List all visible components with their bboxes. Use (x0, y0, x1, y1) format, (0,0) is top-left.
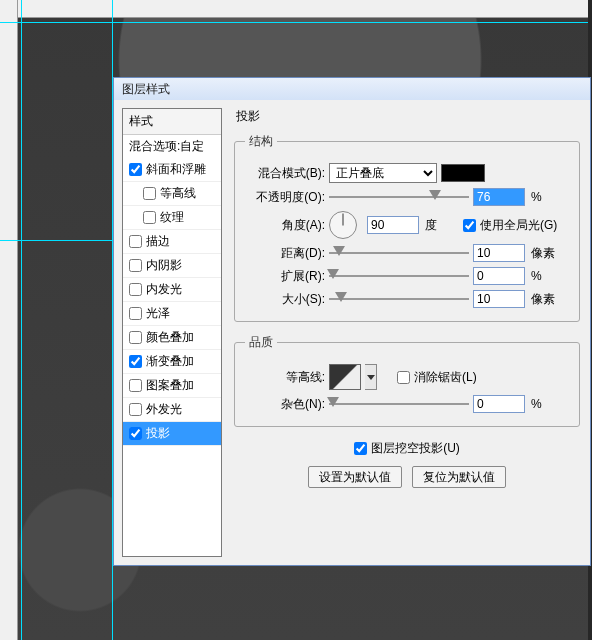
style-list: 样式 混合选项:自定 斜面和浮雕等高线纹理描边内阴影内发光光泽颜色叠加渐变叠加图… (122, 108, 222, 557)
style-label: 内发光 (146, 281, 182, 298)
noise-slider[interactable] (329, 397, 469, 411)
angle-input[interactable] (367, 216, 419, 234)
style-checkbox[interactable] (129, 259, 142, 272)
distance-slider[interactable] (329, 246, 469, 260)
spread-input[interactable] (473, 267, 525, 285)
contour-thumb[interactable] (329, 364, 361, 390)
ruler-vertical (0, 0, 18, 640)
opacity-unit: % (531, 190, 561, 204)
style-list-header[interactable]: 样式 (123, 109, 221, 135)
style-label: 图案叠加 (146, 377, 194, 394)
style-item-satin[interactable]: 光泽 (123, 302, 221, 326)
angle-unit: 度 (425, 217, 455, 234)
style-checkbox[interactable] (129, 283, 142, 296)
opacity-label: 不透明度(O): (245, 189, 325, 206)
style-checkbox[interactable] (129, 307, 142, 320)
antialias-checkbox[interactable]: 消除锯齿(L) (397, 369, 477, 386)
style-checkbox[interactable] (129, 355, 142, 368)
blend-mode-label: 混合模式(B): (245, 165, 325, 182)
opacity-input[interactable] (473, 188, 525, 206)
opacity-slider[interactable] (329, 190, 469, 204)
contour-label: 等高线: (245, 369, 325, 386)
noise-label: 杂色(N): (245, 396, 325, 413)
style-item-outerglow[interactable]: 外发光 (123, 398, 221, 422)
structure-group: 结构 混合模式(B): 正片叠底 不透明度(O): % 角度(A): (234, 133, 580, 322)
angle-dial[interactable] (329, 211, 357, 239)
style-label: 描边 (146, 233, 170, 250)
style-item-patoverlay[interactable]: 图案叠加 (123, 374, 221, 398)
antialias-label: 消除锯齿(L) (414, 369, 477, 386)
noise-unit: % (531, 397, 561, 411)
spread-label: 扩展(R): (245, 268, 325, 285)
style-item-coloroverlay[interactable]: 颜色叠加 (123, 326, 221, 350)
style-label: 斜面和浮雕 (146, 161, 206, 178)
chevron-down-icon (367, 375, 375, 380)
angle-label: 角度(A): (245, 217, 325, 234)
guide-vertical[interactable] (21, 0, 22, 640)
shadow-color-swatch[interactable] (441, 164, 485, 182)
guide-horizontal[interactable] (0, 22, 592, 23)
quality-legend: 品质 (245, 334, 277, 351)
style-item-bevel[interactable]: 斜面和浮雕 (123, 158, 221, 182)
style-item-innershadow[interactable]: 内阴影 (123, 254, 221, 278)
global-light-input[interactable] (463, 219, 476, 232)
style-blend-options[interactable]: 混合选项:自定 (123, 135, 221, 158)
spread-slider[interactable] (329, 269, 469, 283)
layer-style-dialog: 图层样式 样式 混合选项:自定 斜面和浮雕等高线纹理描边内阴影内发光光泽颜色叠加… (113, 77, 591, 566)
size-input[interactable] (473, 290, 525, 308)
style-label: 等高线 (160, 185, 196, 202)
style-item-innerglow[interactable]: 内发光 (123, 278, 221, 302)
global-light-label: 使用全局光(G) (480, 217, 557, 234)
style-checkbox[interactable] (143, 211, 156, 224)
contour-dropdown[interactable] (365, 364, 377, 390)
size-slider[interactable] (329, 292, 469, 306)
style-checkbox[interactable] (129, 427, 142, 440)
distance-unit: 像素 (531, 245, 561, 262)
size-label: 大小(S): (245, 291, 325, 308)
style-item-dropshadow[interactable]: 投影 (123, 422, 221, 446)
dialog-body: 样式 混合选项:自定 斜面和浮雕等高线纹理描边内阴影内发光光泽颜色叠加渐变叠加图… (114, 100, 590, 565)
style-label: 投影 (146, 425, 170, 442)
size-unit: 像素 (531, 291, 561, 308)
spread-unit: % (531, 269, 561, 283)
style-checkbox[interactable] (129, 379, 142, 392)
style-label: 颜色叠加 (146, 329, 194, 346)
ruler-horizontal (0, 0, 592, 18)
reset-default-button[interactable]: 复位为默认值 (412, 466, 506, 488)
make-default-button[interactable]: 设置为默认值 (308, 466, 402, 488)
distance-label: 距离(D): (245, 245, 325, 262)
quality-group: 品质 等高线: 消除锯齿(L) 杂色(N): % (234, 334, 580, 427)
structure-legend: 结构 (245, 133, 277, 150)
style-checkbox[interactable] (129, 331, 142, 344)
drop-shadow-panel: 投影 结构 混合模式(B): 正片叠底 不透明度(O): % (232, 108, 582, 557)
style-label: 渐变叠加 (146, 353, 194, 370)
panel-title: 投影 (232, 108, 582, 129)
knockout-checkbox[interactable]: 图层挖空投影(U) (354, 440, 460, 457)
knockout-input[interactable] (354, 442, 367, 455)
style-item-gradoverlay[interactable]: 渐变叠加 (123, 350, 221, 374)
style-label: 光泽 (146, 305, 170, 322)
style-checkbox[interactable] (129, 163, 142, 176)
noise-input[interactable] (473, 395, 525, 413)
style-item-stroke[interactable]: 描边 (123, 230, 221, 254)
style-checkbox[interactable] (143, 187, 156, 200)
dialog-title[interactable]: 图层样式 (114, 78, 590, 100)
distance-input[interactable] (473, 244, 525, 262)
global-light-checkbox[interactable]: 使用全局光(G) (463, 217, 557, 234)
style-checkbox[interactable] (129, 235, 142, 248)
antialias-input[interactable] (397, 371, 410, 384)
style-label: 内阴影 (146, 257, 182, 274)
style-label: 纹理 (160, 209, 184, 226)
knockout-label: 图层挖空投影(U) (371, 440, 460, 457)
blend-mode-select[interactable]: 正片叠底 (329, 163, 437, 183)
style-checkbox[interactable] (129, 403, 142, 416)
style-item-contour[interactable]: 等高线 (123, 182, 221, 206)
list-label: 混合选项:自定 (129, 138, 204, 155)
style-label: 外发光 (146, 401, 182, 418)
style-item-texture[interactable]: 纹理 (123, 206, 221, 230)
